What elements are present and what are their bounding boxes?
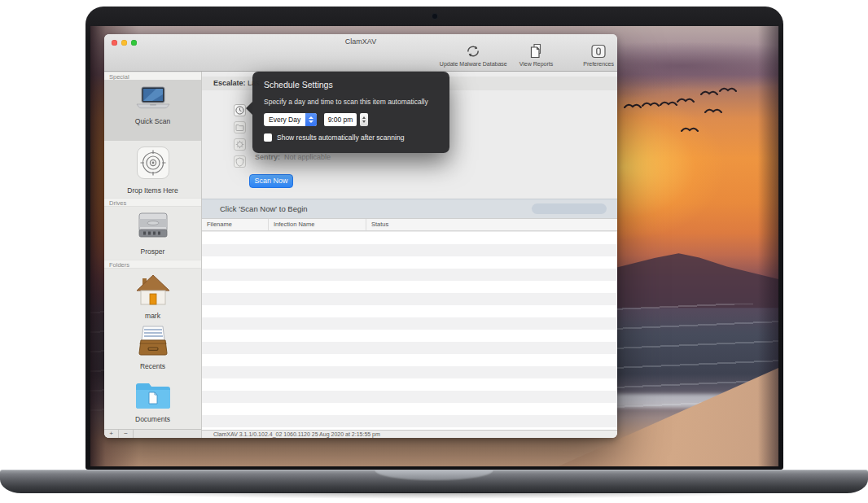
toolbar-button-label: View Reports — [519, 61, 554, 67]
toolbar-button-label: Preferences — [583, 61, 614, 67]
preferences-icon — [590, 43, 607, 59]
checkbox-label: Show results automatically after scannin… — [277, 133, 404, 142]
show-results-option: Show results automatically after scannin… — [264, 133, 438, 142]
birds-icon — [620, 83, 742, 140]
scan-status-banner: Click 'Scan Now' to Begin — [202, 199, 617, 218]
sidebar-item-drop-items[interactable]: Drop Items Here — [104, 147, 201, 195]
sentry-row: Sentry: Not applicable — [255, 153, 331, 161]
laptop-screen-bezel: ClamXAV Update Malwar — [85, 7, 783, 470]
escalate-label: Escalate: — [213, 79, 246, 87]
home-icon — [104, 273, 201, 308]
sidebar-item-documents[interactable]: Documents — [104, 379, 201, 423]
status-bar: ClamXAV 3.1.1/0.102.4_02 1060.1120 25 Au… — [202, 430, 617, 438]
scan-now-button[interactable]: Scan Now — [249, 174, 293, 188]
sidebar-item-prosper[interactable]: Prosper — [104, 211, 201, 256]
update-database-icon — [464, 43, 482, 59]
schedule-settings-popover: Schedule Settings Specify a day and time… — [252, 72, 449, 153]
sidebar-item-label: Drop Items Here — [104, 186, 201, 195]
sidebar-item-label: Recents — [104, 362, 201, 370]
clamxav-window: ClamXAV Update Malwar — [104, 34, 617, 438]
time-stepper[interactable] — [360, 113, 368, 126]
drawer-icon — [104, 324, 201, 358]
remove-item-button[interactable]: − — [119, 430, 134, 438]
harddrive-icon — [104, 211, 201, 242]
progress-placeholder — [532, 203, 607, 214]
day-select[interactable]: Every Day — [264, 113, 317, 126]
stepper-up-icon — [362, 116, 366, 119]
sidebar: Special — [104, 72, 202, 438]
schedule-clock-icon — [235, 106, 244, 115]
laptop-shadow — [10, 492, 858, 501]
laptop-base — [0, 470, 868, 493]
popover-title: Schedule Settings — [264, 80, 438, 90]
add-item-button[interactable]: + — [104, 430, 119, 438]
update-database-button[interactable]: Update Malware Database — [440, 43, 507, 67]
popover-controls: Every Day 9:00 pm — [264, 113, 438, 126]
sentry-label: Sentry: — [255, 153, 280, 161]
popover-description: Specify a day and time to scan this item… — [264, 98, 438, 106]
scan-status-text: Click 'Scan Now' to Begin — [220, 204, 308, 213]
toolbar-button-label: Update Malware Database — [440, 61, 507, 67]
results-table-header: Filename Infection Name Status — [202, 218, 617, 231]
toolbar: Update Malware Database View Reports — [440, 43, 614, 67]
infected-files-button[interactable] — [234, 138, 246, 151]
day-select-value: Every Day — [264, 113, 305, 126]
sidebar-item-quick-scan[interactable]: Quick Scan — [104, 86, 201, 125]
sentry-shield-icon — [235, 157, 244, 167]
column-header-status[interactable]: Status — [366, 219, 617, 230]
sidebar-item-mark[interactable]: mark — [104, 273, 201, 320]
sidebar-section-folders: Folders — [104, 260, 201, 269]
quarantine-button[interactable] — [234, 121, 246, 133]
results-table-rows[interactable] — [202, 232, 617, 430]
view-reports-icon — [528, 43, 544, 59]
laptop-icon — [104, 86, 201, 112]
select-chevrons-icon — [305, 113, 317, 126]
column-header-infection-name[interactable]: Infection Name — [269, 219, 366, 230]
lid-notch — [374, 470, 494, 481]
schedule-button[interactable] — [234, 104, 246, 116]
webcam-dot — [432, 14, 437, 19]
sidebar-item-label: Quick Scan — [104, 117, 201, 125]
column-header-filename[interactable]: Filename — [202, 219, 269, 230]
virus-icon — [235, 140, 244, 149]
sidebar-footer: + − — [104, 429, 201, 438]
desktop-screen: ClamXAV Update Malwar — [90, 26, 778, 466]
preferences-button[interactable]: Preferences — [583, 43, 614, 67]
time-field[interactable]: 9:00 pm — [324, 113, 357, 126]
folder-icon — [104, 379, 201, 410]
popover-arrow — [246, 102, 252, 115]
laptop-mockup: ClamXAV Update Malwar — [0, 0, 868, 503]
view-reports-button[interactable]: View Reports — [519, 43, 554, 67]
sidebar-item-label: Documents — [104, 415, 201, 423]
stepper-down-icon — [362, 120, 366, 123]
sidebar-item-label: mark — [104, 312, 201, 320]
window-header: ClamXAV Update Malwar — [104, 34, 617, 72]
sentry-button[interactable] — [234, 155, 246, 168]
sidebar-item-recents[interactable]: Recents — [104, 324, 201, 370]
quarantine-folder-icon — [235, 123, 244, 132]
item-settings-buttons — [234, 104, 246, 168]
sidebar-section-drives: Drives — [104, 198, 201, 207]
sentry-value: Not applicable — [284, 153, 331, 161]
target-icon — [137, 147, 169, 179]
sidebar-item-label: Prosper — [104, 247, 201, 256]
show-results-checkbox[interactable] — [264, 133, 272, 142]
